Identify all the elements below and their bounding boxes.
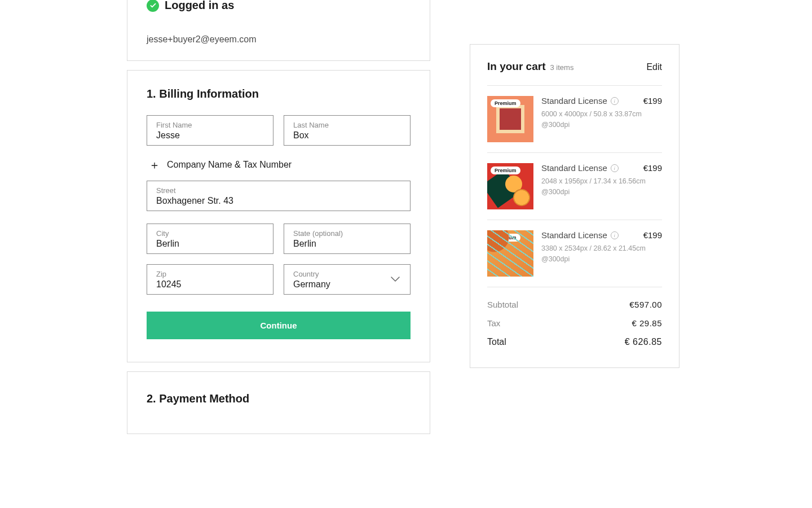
cart-thumbnail: Premium xyxy=(487,163,533,209)
item-meta: 2048 x 1956px / 17.34 x 16.56cm @300dpi xyxy=(541,176,662,198)
cart-item: Premium Standard License i €199 3380 x 2… xyxy=(487,220,662,287)
billing-card: 1. Billing Information First Name Last N… xyxy=(127,70,430,362)
info-icon[interactable]: i xyxy=(611,231,619,239)
city-input[interactable] xyxy=(156,239,264,249)
chevron-down-icon xyxy=(391,274,400,284)
info-icon[interactable]: i xyxy=(611,97,619,105)
tax-label: Tax xyxy=(487,318,500,328)
item-meta: 6000 x 4000px / 50.8 x 33.87cm @300dpi xyxy=(541,109,662,130)
subtotal-value: €597.00 xyxy=(629,300,662,309)
first-name-field[interactable]: First Name xyxy=(147,115,273,146)
premium-badge: Premium xyxy=(491,167,520,174)
item-meta: 3380 x 2534px / 28.62 x 21.45cm @300dpi xyxy=(541,243,662,265)
logged-in-card: Logged in as jesse+buyer2@eyeem.com xyxy=(127,0,430,61)
subtotal-label: Subtotal xyxy=(487,300,518,309)
license-label: Standard License i xyxy=(541,163,619,173)
add-company-label: Company Name & Tax Number xyxy=(167,160,292,170)
zip-input[interactable] xyxy=(156,279,264,290)
cart-edit-button[interactable]: Edit xyxy=(646,62,662,72)
country-label: Country xyxy=(293,270,401,278)
billing-title: 1. Billing Information xyxy=(147,87,411,100)
last-name-label: Last Name xyxy=(293,121,401,129)
state-field[interactable]: State (optional) xyxy=(284,224,411,254)
zip-field[interactable]: Zip xyxy=(147,264,273,295)
cart-thumbnail: Premium xyxy=(487,230,533,277)
premium-badge: Premium xyxy=(491,99,520,107)
cart-item: Premium Standard License i €199 6000 x 4… xyxy=(487,86,662,153)
cart-thumbnail: Premium xyxy=(487,96,533,142)
logged-in-email: jesse+buyer2@eyeem.com xyxy=(147,34,411,45)
license-label: Standard License i xyxy=(541,96,619,106)
zip-label: Zip xyxy=(156,270,264,278)
street-label: Street xyxy=(156,186,401,195)
state-label: State (optional) xyxy=(293,229,401,238)
last-name-input[interactable] xyxy=(293,130,401,141)
first-name-label: First Name xyxy=(156,121,264,129)
city-field[interactable]: City xyxy=(147,224,273,254)
last-name-field[interactable]: Last Name xyxy=(284,115,411,146)
country-value: Germany xyxy=(293,279,401,290)
first-name-input[interactable] xyxy=(156,130,264,141)
add-company-button[interactable]: ＋ Company Name & Tax Number xyxy=(147,156,411,181)
total-value: € 626.85 xyxy=(625,337,662,347)
plus-icon: ＋ xyxy=(149,159,160,170)
continue-button[interactable]: Continue xyxy=(147,312,411,339)
logged-in-title: Logged in as xyxy=(165,0,234,12)
item-price: €199 xyxy=(643,96,662,106)
cart-title: In your cart xyxy=(487,60,545,73)
street-input[interactable] xyxy=(156,196,401,206)
street-field[interactable]: Street xyxy=(147,181,411,211)
tax-value: € 29.85 xyxy=(632,318,662,328)
country-field[interactable]: Country Germany xyxy=(284,264,411,295)
cart-count: 3 items xyxy=(550,63,573,72)
total-label: Total xyxy=(487,337,506,347)
state-input[interactable] xyxy=(293,239,401,249)
payment-card: 2. Payment Method xyxy=(127,371,430,434)
item-price: €199 xyxy=(643,230,662,240)
check-circle-icon xyxy=(147,0,159,12)
cart-item: Premium Standard License i €199 2048 x 1… xyxy=(487,153,662,220)
city-label: City xyxy=(156,229,264,238)
premium-badge: Premium xyxy=(491,234,520,242)
payment-title: 2. Payment Method xyxy=(147,392,411,405)
cart-card: In your cart 3 items Edit Premium Standa… xyxy=(470,44,679,368)
item-price: €199 xyxy=(643,163,662,173)
info-icon[interactable]: i xyxy=(611,164,619,172)
license-label: Standard License i xyxy=(541,230,619,240)
cart-totals: Subtotal €597.00 Tax € 29.85 Total € 626… xyxy=(487,287,662,352)
